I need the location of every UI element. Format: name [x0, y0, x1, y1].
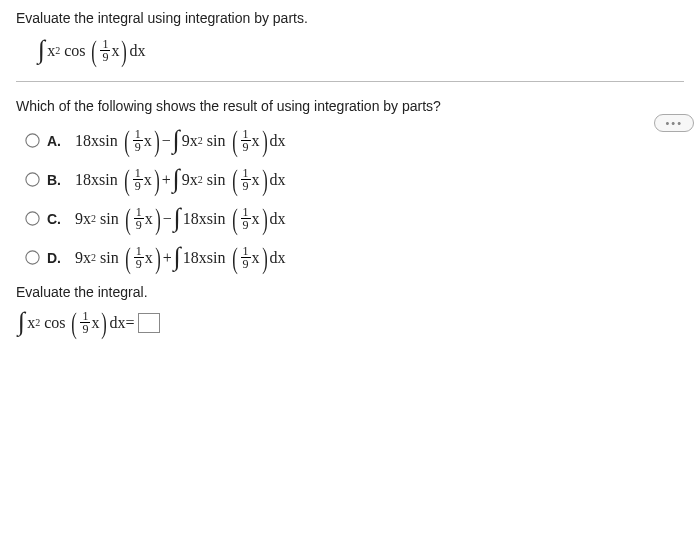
- option-d: D. 9x2 sin (19x) + ∫ 18x sin (19x) dx: [26, 245, 684, 270]
- radio-c[interactable]: [25, 211, 39, 225]
- option-a-expr: 18x sin (19x) − ∫ 9x2 sin (19x) dx: [75, 128, 286, 153]
- equals-sign: =: [125, 314, 134, 332]
- x-var: x: [27, 314, 35, 332]
- option-a-label: A.: [47, 133, 65, 149]
- option-d-label: D.: [47, 250, 65, 266]
- option-d-expr: 9x2 sin (19x) + ∫ 18x sin (19x) dx: [75, 245, 286, 270]
- one-ninth: 19: [80, 310, 90, 335]
- cos-fn: cos: [64, 42, 85, 60]
- divider: [16, 81, 684, 82]
- given-integral: ∫ x2 cos ( 19 x ) dx: [36, 38, 684, 63]
- option-c-expr: 9x2 sin (19x) − ∫ 18x sin (19x) dx: [75, 206, 286, 231]
- cos-fn: cos: [44, 314, 65, 332]
- x-var: x: [47, 42, 55, 60]
- more-button[interactable]: •••: [654, 114, 694, 132]
- answer-input[interactable]: [138, 313, 160, 333]
- radio-a[interactable]: [25, 133, 39, 147]
- x-var: x: [111, 42, 119, 60]
- radio-d[interactable]: [25, 250, 39, 264]
- dx: dx: [129, 42, 145, 60]
- radio-b[interactable]: [25, 172, 39, 186]
- answer-line: ∫ x2 cos ( 19 x ) dx =: [16, 310, 684, 335]
- power-2: 2: [55, 45, 60, 56]
- one-ninth: 19: [100, 38, 110, 63]
- option-b-expr: 18x sin (19x) + ∫ 9x2 sin (19x) dx: [75, 167, 286, 192]
- question-prompt: Evaluate the integral using integration …: [16, 10, 684, 26]
- x-var: x: [91, 314, 99, 332]
- option-c-label: C.: [47, 211, 65, 227]
- integral-symbol: ∫: [38, 40, 45, 61]
- dx: dx: [109, 314, 125, 332]
- option-b: B. 18x sin (19x) + ∫ 9x2 sin (19x) dx: [26, 167, 684, 192]
- options-group: A. 18x sin (19x) − ∫ 9x2 sin (19x) dx B.…: [26, 128, 684, 270]
- evaluate-label: Evaluate the integral.: [16, 284, 684, 300]
- option-c: C. 9x2 sin (19x) − ∫ 18x sin (19x) dx: [26, 206, 684, 231]
- option-b-label: B.: [47, 172, 65, 188]
- option-a: A. 18x sin (19x) − ∫ 9x2 sin (19x) dx: [26, 128, 684, 153]
- subquestion-prompt: Which of the following shows the result …: [16, 98, 684, 114]
- power-2: 2: [35, 317, 40, 328]
- integral-symbol: ∫: [18, 312, 25, 333]
